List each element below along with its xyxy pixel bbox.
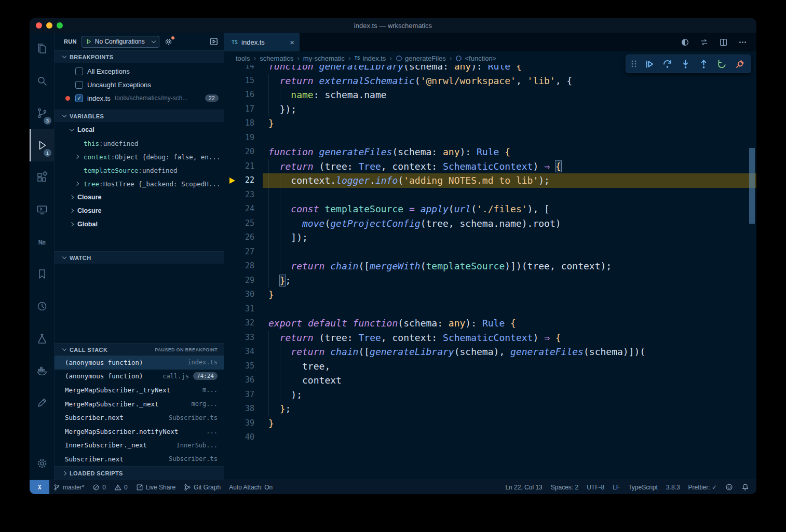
breakpoint-item[interactable]: Uncaught Exceptions <box>55 78 224 91</box>
zoom-window-button[interactable] <box>57 22 63 29</box>
status-problems-errors[interactable]: 0 <box>88 480 110 494</box>
breadcrumb-item[interactable]: generateFiles <box>396 54 446 62</box>
line-number[interactable]: 20 <box>224 145 268 159</box>
checkbox[interactable] <box>75 67 83 75</box>
activity-item-gitlens[interactable] <box>30 290 54 322</box>
variables-scope-closure[interactable]: Closure <box>55 190 224 204</box>
call-stack-section-header[interactable]: CALL STACK PAUSED ON BREAKPOINT <box>55 343 224 356</box>
tab-index-ts[interactable]: TS index.ts × <box>224 33 300 51</box>
activity-item-nx-console[interactable]: N≥ <box>30 226 54 258</box>
step-into-button[interactable] <box>676 56 695 72</box>
variables-scope-local[interactable]: Local <box>55 123 224 137</box>
code-line-15[interactable]: 15 return externalSchematic('@nrwl/works… <box>224 74 756 88</box>
line-number[interactable]: 36 <box>224 373 268 388</box>
variables-scope-closure[interactable]: Closure <box>55 204 224 217</box>
code-line-34[interactable]: 34 return chain([generateLibrary(schema)… <box>224 345 756 359</box>
line-number[interactable]: 37 <box>224 388 268 402</box>
stack-frame[interactable]: (anonymous function)index.ts <box>55 356 224 370</box>
close-tab-button[interactable]: × <box>290 38 294 47</box>
variable-context[interactable]: context: Object {debug: false, en... <box>55 150 224 163</box>
status-problems-warnings[interactable]: 0 <box>110 480 132 494</box>
activity-item-source-control[interactable]: 3 <box>30 97 54 129</box>
code-line-36[interactable]: 36 context <box>224 373 756 388</box>
stack-frame[interactable]: Subscriber.nextSubscriber.ts <box>55 411 224 425</box>
status-cursor-position[interactable]: Ln 22, Col 13 <box>501 480 546 494</box>
code-line-23[interactable]: 23 <box>224 188 756 202</box>
line-number[interactable]: 18 <box>224 116 268 131</box>
activity-item-settings[interactable] <box>30 447 54 480</box>
stack-frame[interactable]: MergeMapSubscriber.notifyNext... <box>55 425 224 439</box>
close-window-button[interactable] <box>36 22 42 29</box>
breakpoint-item[interactable]: All Exceptions <box>55 64 224 78</box>
line-number[interactable]: 19 <box>224 131 268 145</box>
variable-tree[interactable]: tree: HostTree {_backend: ScopedH... <box>55 177 224 190</box>
code-line-27[interactable]: 27 <box>224 245 756 260</box>
disconnect-button[interactable] <box>731 56 749 72</box>
code-line-33[interactable]: 33 return (tree: Tree, context: Schemati… <box>224 331 756 345</box>
breakpoint-item[interactable]: ✓index.tstools/schematics/my-sch...22 <box>55 91 224 105</box>
activity-item-testing[interactable] <box>30 322 54 354</box>
activity-item-remote-explorer[interactable] <box>30 194 54 226</box>
drag-handle[interactable] <box>628 56 640 72</box>
debug-settings-button[interactable] <box>164 37 173 46</box>
code-line-30[interactable]: 30} <box>224 288 756 302</box>
line-number[interactable]: 28 <box>224 259 268 274</box>
status-encoding[interactable]: UTF-8 <box>582 480 608 494</box>
code-line-21[interactable]: 21 return (tree: Tree, context: Schemati… <box>224 159 756 174</box>
line-number[interactable]: 24 <box>224 202 268 216</box>
breadcrumb-item[interactable]: my-schematic <box>303 54 345 62</box>
step-out-button[interactable] <box>695 56 713 72</box>
status-ts-version[interactable]: 3.8.3 <box>662 480 684 494</box>
debug-config-dropdown[interactable]: No Configurations <box>82 36 159 48</box>
stack-frame[interactable]: MergeMapSubscriber._tryNextm... <box>55 383 224 397</box>
status-prettier[interactable]: Prettier: ✓ <box>684 480 721 494</box>
stack-frame[interactable]: Subscriber.nextSubscriber.ts <box>55 452 224 466</box>
stack-frame[interactable]: InnerSubscriber._nextInnerSub... <box>55 439 224 453</box>
activity-item-extensions[interactable] <box>30 161 54 194</box>
activity-item-notebooks[interactable] <box>30 387 54 419</box>
line-number[interactable]: 35 <box>224 359 268 374</box>
split-editor-button[interactable] <box>719 38 728 47</box>
status-git-branch[interactable]: master* <box>49 480 88 494</box>
breadcrumb-item[interactable]: TSindex.ts <box>355 54 386 62</box>
line-number[interactable]: 16 <box>224 88 268 102</box>
line-number[interactable]: 26 <box>224 230 268 245</box>
status-feedback[interactable] <box>721 480 737 494</box>
status-auto-attach[interactable]: Auto Attach: On <box>225 480 277 494</box>
minimize-window-button[interactable] <box>46 22 52 29</box>
stack-frame[interactable]: MergeMapSubscriber._nextmerg... <box>55 397 224 411</box>
breadcrumb-item[interactable]: schematics <box>260 54 293 62</box>
activity-item-docker[interactable] <box>30 354 54 387</box>
breakpoints-section-header[interactable]: BREAKPOINTS <box>55 50 224 63</box>
variables-scope-global[interactable]: Global <box>55 217 224 231</box>
line-number[interactable]: 15 <box>224 74 268 88</box>
variable-this[interactable]: this: undefined <box>55 137 224 150</box>
code-line-29[interactable]: 29 }; <box>224 274 756 288</box>
code-line-28[interactable]: 28 return chain([mergeWith(templateSourc… <box>224 259 756 274</box>
code-line-40[interactable]: 40 <box>224 430 756 445</box>
continue-button[interactable] <box>640 56 658 72</box>
code-line-32[interactable]: 32export default function(schema: any): … <box>224 316 756 331</box>
open-changes-button[interactable] <box>681 38 689 47</box>
variables-section-header[interactable]: VARIABLES <box>55 110 224 122</box>
code-line-17[interactable]: 17 }); <box>224 102 756 117</box>
code-line-25[interactable]: 25 move(getProjectConfig(tree, schema.na… <box>224 216 756 231</box>
activity-item-run-and-debug[interactable]: 1 <box>30 129 54 161</box>
line-number[interactable]: 23 <box>224 188 268 202</box>
activity-item-search[interactable] <box>30 65 54 97</box>
status-indentation[interactable]: Spaces: 2 <box>547 480 582 494</box>
status-eol[interactable]: LF <box>608 480 624 494</box>
variable-templateSource[interactable]: templateSource: undefined <box>55 163 224 177</box>
code-line-35[interactable]: 35 tree, <box>224 359 756 374</box>
line-number[interactable]: 21 <box>224 159 268 174</box>
loaded-scripts-section-header[interactable]: LOADED SCRIPTS <box>55 466 224 480</box>
open-debug-console-button[interactable] <box>209 37 219 46</box>
title-bar[interactable]: index.ts — wrkschematics <box>30 18 756 33</box>
line-number[interactable]: 33 <box>224 331 268 345</box>
line-number[interactable]: 31 <box>224 302 268 317</box>
code-line-18[interactable]: 18} <box>224 116 756 131</box>
code-line-38[interactable]: 38 }; <box>224 402 756 416</box>
compare-changes-button[interactable] <box>700 38 709 47</box>
code-line-26[interactable]: 26 ]); <box>224 230 756 245</box>
code-line-37[interactable]: 37 ); <box>224 388 756 402</box>
